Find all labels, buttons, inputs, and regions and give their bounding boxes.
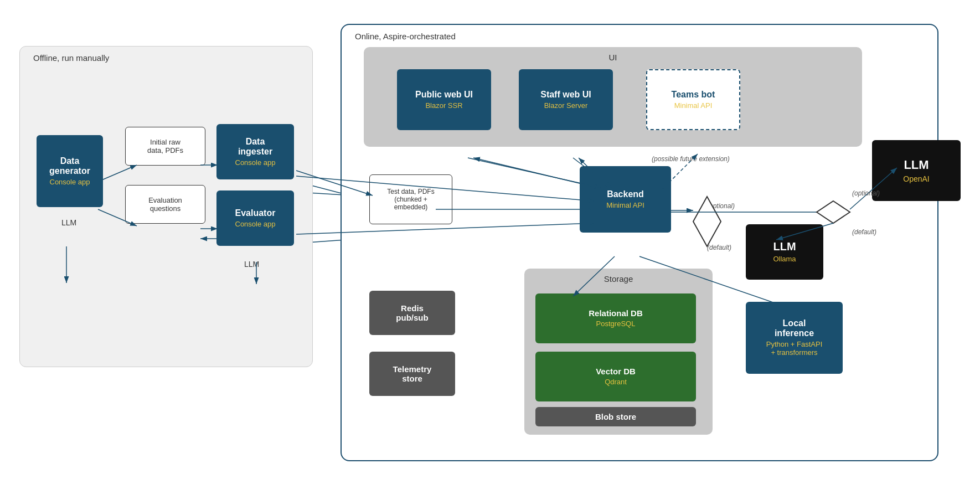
- llm-offline-1: LLM: [61, 218, 76, 227]
- public-web-ui-title: Public web UI: [415, 90, 473, 100]
- local-inference-box: Localinference Python + FastAPI+ transfo…: [746, 302, 843, 374]
- initial-raw-data-title: Initial rawdata, PDFs: [147, 138, 183, 154]
- llm-openai-subtitle: OpenAI: [903, 174, 929, 183]
- initial-raw-data-box: Initial rawdata, PDFs: [125, 127, 205, 166]
- llm-openai-box: LLM OpenAI: [872, 140, 961, 201]
- data-generator-box: Datagenerator Console app: [37, 135, 103, 207]
- redis-title: Redispub/sub: [396, 303, 428, 322]
- vector-db-subtitle: Qdrant: [605, 378, 627, 386]
- staff-web-ui-box: Staff web UI Blazor Server: [519, 69, 613, 130]
- relational-db-subtitle: PostgreSQL: [596, 320, 636, 328]
- public-web-ui-subtitle: Blazor SSR: [425, 101, 462, 110]
- teams-bot-title: Teams bot: [672, 90, 715, 100]
- llm-ollama-title: LLM: [773, 240, 796, 253]
- evaluator-subtitle: Console app: [235, 220, 276, 228]
- vector-db-box: Vector DB Qdrant: [535, 352, 696, 401]
- offline-section: Offline, run manually Datagenerator Cons…: [19, 46, 313, 367]
- llm-openai-title: LLM: [904, 158, 929, 172]
- public-web-ui-box: Public web UI Blazor SSR: [397, 69, 491, 130]
- llm-ollama-subtitle: Ollama: [773, 255, 796, 263]
- online-section: Online, Aspire-orchestrated UI Public we…: [341, 24, 938, 461]
- data-ingester-box: Dataingester Console app: [216, 124, 294, 179]
- teams-bot-subtitle: Minimal API: [674, 101, 713, 110]
- data-generator-title: Datagenerator: [49, 156, 90, 176]
- storage-label: Storage: [604, 274, 633, 284]
- relational-db-title: Relational DB: [589, 308, 643, 318]
- local-inference-subtitle: Python + FastAPI+ transformers: [766, 340, 823, 357]
- blob-store-title: Blob store: [595, 412, 636, 421]
- evaluation-questions-title: Evaluationquestions: [148, 196, 182, 213]
- backend-title: Backend: [607, 189, 644, 199]
- staff-web-ui-title: Staff web UI: [540, 90, 591, 100]
- local-inference-title: Localinference: [775, 318, 814, 338]
- ui-section: UI Public web UI Blazor SSR Staff web UI…: [364, 47, 862, 147]
- evaluator-box: Evaluator Console app: [216, 190, 294, 246]
- offline-label: Offline, run manually: [33, 53, 109, 63]
- relational-db-box: Relational DB PostgreSQL: [535, 293, 696, 343]
- backend-subtitle: Minimal API: [606, 201, 644, 209]
- backend-box: Backend Minimal API: [580, 166, 671, 233]
- data-ingester-subtitle: Console app: [235, 158, 276, 167]
- diagram-container: Offline, run manually Datagenerator Cons…: [14, 13, 966, 467]
- test-data-title: Test data, PDFs(chunked +embedded): [387, 188, 434, 211]
- redis-box: Redispub/sub: [369, 291, 455, 335]
- telemetry-title: Telemetrystore: [393, 364, 432, 383]
- teams-bot-box: Teams bot Minimal API: [646, 69, 740, 130]
- backend-diamond-arrow: [671, 194, 699, 227]
- evaluation-questions-box: Evaluationquestions: [125, 185, 205, 224]
- vector-db-title: Vector DB: [596, 367, 636, 376]
- data-generator-subtitle: Console app: [50, 178, 90, 186]
- llm-offline-2: LLM: [244, 260, 259, 269]
- storage-section: Storage Relational DB PostgreSQL Vector …: [524, 269, 713, 435]
- staff-web-ui-subtitle: Blazor Server: [544, 101, 588, 110]
- online-label: Online, Aspire-orchestrated: [355, 32, 456, 41]
- test-data-box: Test data, PDFs(chunked +embedded): [369, 174, 452, 224]
- blob-store-box: Blob store: [535, 407, 696, 426]
- possible-future-label: (possible future extension): [652, 155, 730, 163]
- llm-ollama-box: LLM Ollama: [746, 224, 823, 280]
- data-ingester-title: Dataingester: [238, 137, 272, 157]
- ui-section-label: UI: [609, 53, 617, 62]
- evaluator-title: Evaluator: [235, 208, 276, 218]
- telemetry-box: Telemetrystore: [369, 352, 455, 396]
